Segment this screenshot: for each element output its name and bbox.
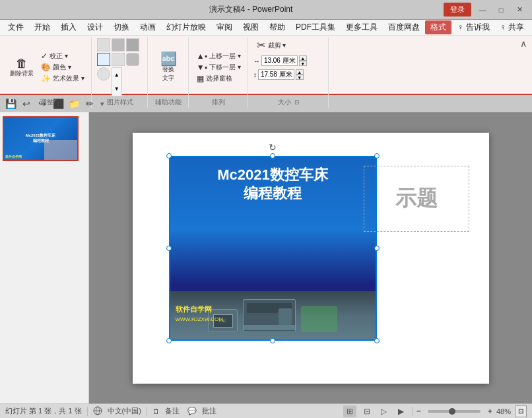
remove-bg-icon: 🗑: [16, 57, 28, 69]
menu-view[interactable]: 视图: [238, 20, 264, 34]
corrections-icon: ✓: [41, 52, 48, 61]
zoom-in-button[interactable]: +: [487, 406, 492, 416]
handle-top-left[interactable]: [166, 153, 172, 158]
height-down[interactable]: ▼: [296, 75, 304, 80]
handle-middle-right[interactable]: [374, 246, 380, 251]
picture-style-2[interactable]: [112, 38, 125, 52]
status-bar: 幻灯片 第 1 张，共 1 张 中文(中国) 🗒 备注 💬 批注 ⊞ ⊟ ▷ ▶…: [0, 403, 532, 418]
menu-animation[interactable]: 动画: [135, 20, 161, 34]
picture-style-5[interactable]: [112, 53, 125, 66]
slide-info: 幻灯片 第 1 张，共 1 张: [5, 406, 82, 416]
title-bar: 演示文稿4 - PowerPoint 登录 — □ ✕: [0, 0, 532, 20]
main-area: 1 Mc2021数控车床编程教程 软件自学网 ↻ Mc2021数控车床编程教程 …: [0, 112, 532, 403]
height-spin: ▲ ▼: [296, 69, 304, 80]
alt-text-icon: 🔤: [160, 52, 177, 65]
zoom-fit-button[interactable]: ⊡: [515, 405, 527, 417]
menu-design[interactable]: 设计: [82, 20, 108, 34]
artistic-effects-button[interactable]: ✨ 艺术效果 ▾: [38, 73, 87, 84]
menu-baidu[interactable]: 百度网盘: [383, 20, 425, 34]
height-input[interactable]: [258, 69, 294, 80]
more-qa[interactable]: ▾: [99, 100, 104, 108]
tell-me[interactable]: ♀ 告诉我: [452, 20, 494, 34]
rotate-handle[interactable]: ↻: [268, 143, 277, 152]
slide-image-selected[interactable]: ↻ Mc2021数控车床编程教程 软件自学网 WWW.RJZXW.COM CNC: [169, 156, 377, 341]
handle-middle-left[interactable]: [166, 246, 172, 251]
image-title: Mc2021数控车床编程教程: [179, 166, 367, 203]
height-up[interactable]: ▲: [296, 69, 304, 75]
ribbon-group-picture-style: ▲ ▼ 图片样式: [93, 37, 148, 108]
canvas-area[interactable]: ↻ Mc2021数控车床编程教程 软件自学网 WWW.RJZXW.COM CNC: [89, 112, 532, 403]
draw-button[interactable]: ✏: [83, 97, 96, 110]
height-icon: ↕: [253, 71, 257, 79]
handle-top-right[interactable]: [374, 153, 380, 158]
zoom-thumb[interactable]: [449, 408, 455, 415]
image-url: WWW.RJZXW.COM: [176, 316, 223, 322]
handle-bottom-left[interactable]: [166, 338, 172, 343]
undo-button[interactable]: ↩: [20, 97, 33, 110]
menu-format[interactable]: 格式: [425, 20, 451, 34]
menu-slideshow[interactable]: 幻灯片放映: [161, 20, 211, 34]
login-button[interactable]: 登录: [444, 3, 471, 17]
picture-style-6[interactable]: [126, 53, 139, 66]
status-language: [93, 406, 102, 417]
picture-style-4[interactable]: [97, 53, 110, 66]
width-spin: ▲ ▼: [299, 55, 307, 66]
collapse-ribbon-button[interactable]: ∧: [517, 37, 529, 50]
selection-pane-icon: ▦: [197, 74, 204, 83]
handle-bottom-middle[interactable]: [270, 338, 275, 343]
width-down[interactable]: ▼: [299, 61, 307, 66]
zoom-out-button[interactable]: −: [416, 406, 422, 416]
picture-style-7[interactable]: [97, 67, 110, 81]
close-button[interactable]: ✕: [512, 3, 527, 17]
reading-view-button[interactable]: ▷: [378, 405, 391, 417]
bring-forward-button[interactable]: ▲▪ 上移一层 ▾: [194, 51, 244, 61]
comments-label[interactable]: 批注: [202, 406, 216, 416]
slideshow-button[interactable]: ▶: [395, 405, 408, 417]
remove-background-button[interactable]: 🗑 删除背景: [7, 55, 37, 80]
redo-button[interactable]: ↪: [36, 97, 49, 110]
width-up[interactable]: ▲: [299, 55, 307, 61]
menu-help[interactable]: 帮助: [264, 20, 290, 34]
image-watermark: 软件自学网: [176, 304, 212, 314]
picture-style-1[interactable]: [97, 38, 110, 52]
handle-bottom-right[interactable]: [374, 338, 380, 343]
menu-transition[interactable]: 切换: [108, 20, 135, 34]
send-backward-button[interactable]: ▼▪ 下移一层 ▾: [194, 62, 244, 73]
size-content: ✂ 裁剪 ▾ ↔ ▲ ▼ ↕ ▲ ▼: [253, 38, 324, 96]
color-button[interactable]: 🎨 颜色 ▾: [38, 62, 87, 73]
minimize-button[interactable]: —: [475, 3, 490, 17]
notes-label[interactable]: 备注: [165, 406, 180, 416]
menu-pdf[interactable]: PDF工具集: [290, 20, 341, 34]
ribbon-group-arrange: ▲▪ 上移一层 ▾ ▼▪ 下移一层 ▾ ▦ 选择窗格 排列: [190, 37, 248, 108]
crop-button[interactable]: ✂ 裁剪 ▾: [253, 38, 290, 53]
open-button[interactable]: 📁: [67, 97, 81, 110]
menu-review[interactable]: 审阅: [211, 20, 238, 34]
zoom-slider[interactable]: [428, 410, 481, 413]
selection-pane-button[interactable]: ▦ 选择窗格: [194, 73, 244, 84]
selection-pane-label: 选择窗格: [206, 74, 232, 83]
size-expand-icon[interactable]: ⊡: [294, 99, 300, 106]
slide-sorter-button[interactable]: ⊟: [360, 405, 374, 417]
new-slide-button[interactable]: ⬛: [51, 97, 65, 110]
share[interactable]: ♀ 共享: [495, 20, 529, 34]
save-qa-button[interactable]: 💾: [4, 97, 17, 110]
title-text: 演示文稿4 - PowerPoint: [58, 4, 444, 15]
menu-bar: 文件 开始 插入 设计 切换 动画 幻灯片放映 审阅 视图 帮助 PDF工具集 …: [0, 20, 532, 36]
menu-more-tools[interactable]: 更多工具: [341, 20, 383, 34]
picture-style-3[interactable]: [126, 38, 139, 52]
menu-file[interactable]: 文件: [3, 20, 29, 34]
remove-bg-label: 删除背景: [10, 69, 34, 78]
corrections-button[interactable]: ✓ 校正 ▾: [38, 51, 87, 61]
normal-view-button[interactable]: ⊞: [343, 405, 356, 417]
slide-thumbnail-1[interactable]: Mc2021数控车床编程教程 软件自学网: [3, 116, 79, 161]
picture-style-label: 图片样式: [107, 96, 133, 107]
text-placeholder[interactable]: 示题: [364, 166, 469, 232]
menu-insert[interactable]: 插入: [55, 20, 82, 34]
maximize-button[interactable]: □: [494, 3, 508, 17]
alt-text-label: 替换文字: [162, 65, 174, 83]
alt-text-button[interactable]: 🔤 替换文字: [157, 50, 180, 85]
handle-top-middle[interactable]: [270, 153, 275, 158]
width-input[interactable]: [261, 55, 298, 66]
menu-home[interactable]: 开始: [29, 20, 55, 34]
picture-style-dropdown[interactable]: ▲ ▼: [112, 67, 122, 96]
